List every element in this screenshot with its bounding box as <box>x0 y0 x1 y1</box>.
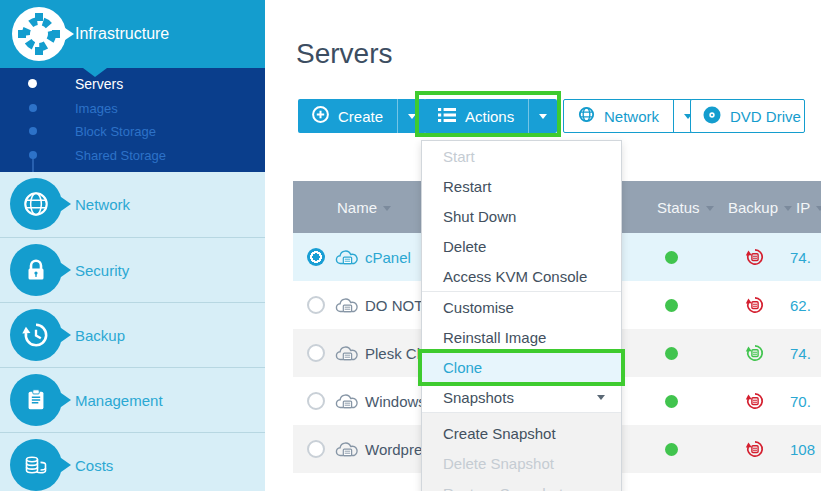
server-name[interactable]: DO NOT <box>365 281 423 329</box>
sort-caret-icon <box>706 206 714 211</box>
column-header-backup[interactable]: Backup <box>728 181 792 233</box>
bullet-icon <box>29 151 37 159</box>
status-online-icon <box>665 443 678 456</box>
clipboard-icon <box>10 374 62 426</box>
page-title: Servers <box>296 38 392 70</box>
bullet-icon <box>29 104 37 112</box>
column-header-ip[interactable]: IP <box>796 181 821 233</box>
server-ip: 70. <box>790 377 811 425</box>
sidebar-item-label: Security <box>75 238 129 303</box>
sort-caret-icon <box>383 206 391 211</box>
list-icon <box>438 108 456 125</box>
status-online-icon <box>665 395 678 408</box>
sidebar-section-costs[interactable]: Costs <box>0 432 265 491</box>
sidebar-section-security[interactable]: Security <box>0 237 265 303</box>
server-ip: 74. <box>790 233 811 281</box>
status-online-icon <box>665 299 678 312</box>
sidebar-item-servers[interactable]: Servers <box>0 72 265 96</box>
backup-red-icon[interactable] <box>745 295 765 319</box>
dvd-drive-button[interactable]: DVD Drive <box>690 99 805 133</box>
backup-red-icon[interactable] <box>745 247 765 271</box>
menu-item-restore-snapshot: Restore Snapshot <box>422 478 621 491</box>
row-radio[interactable] <box>307 440 325 458</box>
bullet-icon <box>28 79 37 88</box>
cloud-server-icon <box>335 249 359 271</box>
plus-circle-icon <box>312 106 329 126</box>
cloud-server-icon <box>335 393 359 415</box>
create-button-label: Create <box>338 108 383 125</box>
infrastructure-icon <box>8 3 74 69</box>
backup-red-icon[interactable] <box>745 439 765 463</box>
status-online-icon <box>665 251 678 264</box>
sidebar-section-label: Infrastructure <box>75 0 169 68</box>
actions-button[interactable]: Actions <box>424 99 528 133</box>
sidebar-item-label: Management <box>75 368 163 433</box>
cloud-server-icon <box>335 441 359 463</box>
menu-item-restart[interactable]: Restart <box>422 171 621 201</box>
row-radio-selected[interactable] <box>307 248 325 266</box>
padlock-icon <box>10 244 62 296</box>
sidebar-section-backup[interactable]: Backup <box>0 302 265 368</box>
app-window: Infrastructure Servers Images Block Stor… <box>0 0 821 491</box>
sidebar-section-infrastructure[interactable]: Infrastructure <box>0 0 265 68</box>
sort-caret-icon <box>816 206 821 211</box>
bullet-icon <box>29 127 37 135</box>
server-name[interactable]: Plesk Clo <box>365 329 428 377</box>
sort-caret-icon <box>784 206 792 211</box>
server-name[interactable]: Wordpre <box>365 425 422 473</box>
menu-item-delete[interactable]: Delete <box>422 231 621 261</box>
snapshots-submenu-section: Create Snapshot Delete Snapshot Restore … <box>422 413 621 491</box>
sidebar-item-label: Network <box>75 172 130 237</box>
sidebar-item-block-storage[interactable]: Block Storage <box>0 119 265 143</box>
menu-item-start: Start <box>422 141 621 171</box>
chevron-down-icon <box>408 114 416 119</box>
row-radio[interactable] <box>307 296 325 314</box>
sidebar-item-label: Servers <box>75 72 123 96</box>
cloud-server-icon <box>335 297 359 319</box>
server-ip: 74. <box>790 329 811 377</box>
sidebar-item-shared-storage[interactable]: Shared Storage <box>0 143 265 167</box>
cloud-server-icon <box>335 345 359 367</box>
coins-icon <box>10 439 62 491</box>
menu-item-create-snapshot[interactable]: Create Snapshot <box>422 418 621 448</box>
sidebar-section-network[interactable]: Network <box>0 172 265 237</box>
backup-red-icon[interactable] <box>745 391 765 415</box>
actions-dropdown-toggle[interactable] <box>528 99 557 133</box>
sidebar-item-label: Backup <box>75 303 125 368</box>
sidebar-item-images[interactable]: Images <box>0 96 265 120</box>
disc-icon <box>703 106 721 127</box>
row-radio[interactable] <box>307 344 325 362</box>
row-radio[interactable] <box>307 392 325 410</box>
menu-item-access-kvm-console[interactable]: Access KVM Console <box>422 261 621 291</box>
menu-item-clone[interactable]: Clone <box>422 352 621 382</box>
menu-item-snapshots[interactable]: Snapshots <box>422 382 621 412</box>
sidebar-item-label: Images <box>75 96 118 120</box>
sidebar-section-management[interactable]: Management <box>0 367 265 433</box>
server-name[interactable]: cPanel <box>365 233 411 281</box>
create-button[interactable]: Create <box>298 99 397 133</box>
menu-item-reinstall-image[interactable]: Reinstall Image <box>422 322 621 352</box>
menu-item-customise[interactable]: Customise <box>422 292 621 322</box>
sidebar-item-label: Shared Storage <box>75 143 166 167</box>
submenu-caret-icon <box>597 395 605 400</box>
create-button-group: Create <box>298 99 426 133</box>
column-header-name[interactable]: Name <box>337 181 391 233</box>
server-name[interactable]: Windows <box>365 377 426 425</box>
status-online-icon <box>665 347 678 360</box>
network-button-group: Network <box>563 99 703 133</box>
server-ip: 108 <box>790 425 815 473</box>
network-icon <box>10 178 62 230</box>
network-button[interactable]: Network <box>564 100 673 132</box>
menu-item-shut-down[interactable]: Shut Down <box>422 201 621 231</box>
column-header-status[interactable]: Status <box>657 181 714 233</box>
actions-button-label: Actions <box>465 108 514 125</box>
dvd-button-label: DVD Drive <box>730 108 801 125</box>
menu-item-delete-snapshot: Delete Snapshot <box>422 448 621 478</box>
sidebar-item-label: Costs <box>75 433 113 491</box>
create-dropdown-toggle[interactable] <box>397 99 426 133</box>
backup-green-icon[interactable] <box>745 343 765 367</box>
actions-button-group: Actions <box>424 99 557 133</box>
history-clock-icon <box>10 309 62 361</box>
network-button-label: Network <box>604 108 659 125</box>
actions-dropdown-menu: Start Restart Shut Down Delete Access KV… <box>421 140 622 491</box>
